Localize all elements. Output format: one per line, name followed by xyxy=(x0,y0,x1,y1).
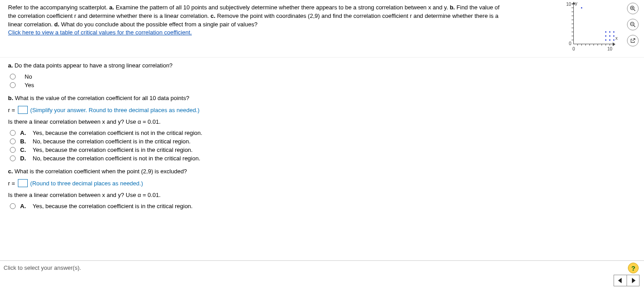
option-letter: D. xyxy=(20,155,28,162)
scatterplot: y x 10 0 0 10 xyxy=(569,3,618,47)
y-axis-label: y xyxy=(575,1,577,6)
part-c-option-a[interactable]: A.Yes, because the correlation coefficie… xyxy=(10,203,636,209)
help-icon: ? xyxy=(631,264,635,272)
scatter-point xyxy=(613,35,614,37)
radio-icon xyxy=(10,74,16,80)
option-text: No, because the correlation coefficient … xyxy=(33,155,200,162)
next-button[interactable] xyxy=(627,275,639,286)
radio-icon xyxy=(10,138,16,144)
part-b-r-input[interactable] xyxy=(18,106,28,114)
prev-button[interactable] xyxy=(614,275,627,286)
y-min-label: 0 xyxy=(569,41,572,46)
part-b-hint: (Simplify your answer. Round to three de… xyxy=(30,107,200,113)
scatter-point xyxy=(581,7,582,8)
option-letter: A. xyxy=(20,130,28,136)
option-text: Yes, because the correlation coefficient… xyxy=(33,203,193,209)
radio-icon xyxy=(10,155,16,161)
critical-values-link[interactable]: Click here to view a table of critical v… xyxy=(8,29,192,36)
option-text: Yes, because the correlation coefficient… xyxy=(33,147,193,153)
r-equals-label: r = xyxy=(8,180,15,187)
question-body: a. Do the data points appear to have a s… xyxy=(0,57,644,259)
svg-marker-7 xyxy=(618,278,622,283)
option-letter: C. xyxy=(20,147,28,153)
scatter-point xyxy=(609,39,610,41)
x-min-label: 0 xyxy=(572,46,575,51)
help-button[interactable]: ? xyxy=(628,263,639,273)
part-b-option-d[interactable]: D.No, because the correlation coefficien… xyxy=(10,155,636,162)
y-max-label: 10 xyxy=(566,2,571,7)
part-b-heading: b. What is the value of the correlation … xyxy=(8,95,636,101)
option-letter: B. xyxy=(20,138,28,145)
zoom-in-icon[interactable] xyxy=(627,3,639,14)
open-external-icon[interactable] xyxy=(627,35,639,46)
x-axis-label: x xyxy=(615,36,618,41)
r-equals-label: r = xyxy=(8,107,15,113)
part-c-hint: (Round to three decimal places as needed… xyxy=(30,180,143,187)
part-b-subquestion: Is there a linear correlation between x … xyxy=(8,118,636,125)
part-a-heading: a. Do the data points appear to have a s… xyxy=(8,62,636,69)
scatter-point xyxy=(605,39,606,41)
option-letter: A. xyxy=(20,203,28,209)
footer-instruction: Click to select your answer(s). xyxy=(4,264,81,271)
radio-icon xyxy=(10,82,16,88)
x-max-label: 10 xyxy=(607,46,612,51)
part-a-option-no[interactable]: No xyxy=(10,73,636,80)
svg-line-5 xyxy=(634,25,635,27)
option-text: No, because the correlation coefficient … xyxy=(33,138,191,145)
footer-bar: Click to select your answer(s). ? xyxy=(0,260,644,289)
part-c-subquestion: Is there a linear correlation between x … xyxy=(8,192,636,198)
radio-icon xyxy=(10,203,16,209)
option-text: Yes, because the correlation coefficient… xyxy=(33,130,202,136)
part-b-option-b[interactable]: B.No, because the correlation coefficien… xyxy=(10,138,636,145)
radio-icon xyxy=(10,147,16,153)
svg-line-1 xyxy=(634,9,635,11)
svg-marker-8 xyxy=(632,278,636,283)
scatter-point xyxy=(613,39,614,41)
radio-icon xyxy=(10,130,16,136)
zoom-out-icon[interactable] xyxy=(627,19,639,30)
scatter-point xyxy=(609,35,610,37)
part-a-option-yes[interactable]: Yes xyxy=(10,82,636,88)
part-c-r-input[interactable] xyxy=(18,179,28,187)
scatter-point xyxy=(605,35,606,37)
scatter-point xyxy=(613,31,614,33)
question-prompt: Refer to the accompanying scatterplot. a… xyxy=(8,4,505,29)
scatter-point xyxy=(605,31,606,33)
part-b-option-c[interactable]: C.Yes, because the correlation coefficie… xyxy=(10,147,636,153)
part-b-option-a[interactable]: A.Yes, because the correlation coefficie… xyxy=(10,130,636,136)
scatter-point xyxy=(609,31,610,33)
part-c-heading: c. What is the correlation coefficient w… xyxy=(8,168,636,175)
